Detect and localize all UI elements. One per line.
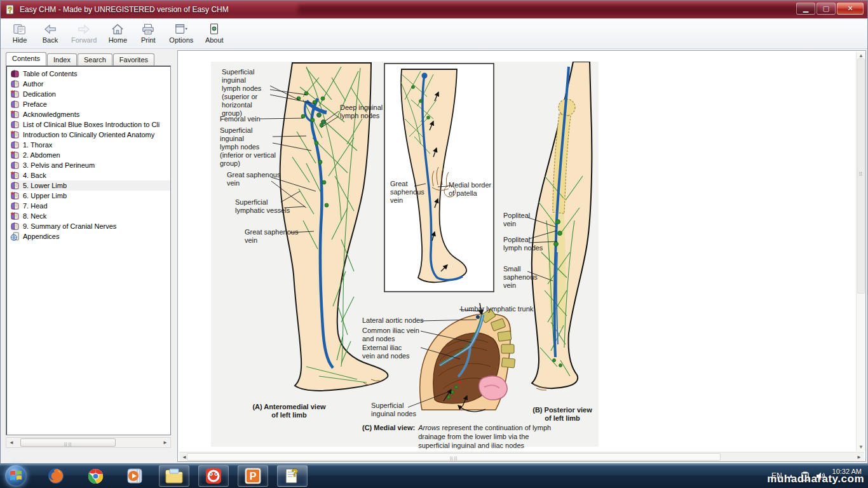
- file-explorer-icon[interactable]: [159, 465, 189, 487]
- svg-text:?: ?: [292, 467, 298, 479]
- home-icon: [111, 23, 125, 36]
- forward-button-label: Forward: [71, 36, 97, 44]
- toolbar: Hide Back Forward Home Print Options: [1, 18, 867, 49]
- hide-button[interactable]: Hide: [6, 20, 34, 48]
- tree-item-acknowledgments[interactable]: Acknowledgments: [10, 109, 170, 119]
- book-icon: [10, 201, 20, 211]
- label-external-iliac-vein-nodes: External iliac vein and nodes: [362, 344, 423, 360]
- caption-posterior-view: (B) Posterior view of left limb: [521, 406, 604, 423]
- options-icon: [174, 23, 188, 36]
- options-button[interactable]: Options: [165, 20, 198, 48]
- label-deep-inguinal-nodes: Deep inguinal lymph nodes: [340, 104, 397, 120]
- label-superficial-lymphatic-vessels: Superficial lymphatic vessels: [235, 198, 299, 215]
- book-new-icon: [10, 212, 20, 221]
- main-area: Contents Index Search Favorites Table of…: [1, 50, 867, 463]
- tree-item-4-back[interactable]: 4. Back: [10, 170, 170, 180]
- scrollbar-thumb[interactable]: ⠿⠿: [20, 438, 116, 447]
- book-new-icon: [10, 191, 20, 201]
- label-superficial-inguinal-inferior: Superficial inguinal lymph nodes (inferi…: [220, 126, 283, 168]
- gom-player-icon[interactable]: [198, 465, 229, 487]
- label-great-saphenous-vein-upper: Great saphenous vein: [227, 171, 287, 187]
- tree-item-label: 8. Neck: [23, 212, 46, 220]
- tree-item-3-pelvis-perineum[interactable]: 3. Pelvis and Perineum: [10, 160, 170, 170]
- desktop-screen: ? Easy CHM - Made by UNREGISTERED versio…: [0, 0, 868, 488]
- hide-button-label: Hide: [13, 36, 27, 44]
- powerpoint-icon[interactable]: P: [238, 465, 268, 487]
- tab-search[interactable]: Search: [78, 53, 112, 65]
- sidebar-horizontal-scrollbar[interactable]: ◄ ⠿⠿ ►: [6, 437, 171, 448]
- content-horizontal-scrollbar[interactable]: ◄ ⠿⠿ ►: [179, 452, 864, 461]
- tree-item-label: Author: [23, 80, 43, 88]
- tab-index[interactable]: Index: [47, 53, 77, 65]
- tree-item-appendices[interactable]: Appendices: [10, 231, 170, 241]
- scroll-down-icon[interactable]: ▼: [857, 444, 865, 451]
- tree-item-label: 2. Abdomen: [23, 151, 60, 159]
- tree-item-7-head[interactable]: 7. Head: [10, 201, 170, 211]
- document-page: Superficial inguinal lymph nodes (superi…: [178, 51, 855, 451]
- scroll-right-icon[interactable]: ►: [160, 438, 170, 447]
- forward-arrow-icon: [77, 23, 91, 36]
- tree-item-table-of-contents[interactable]: Table of Contents: [10, 69, 170, 79]
- caption-anteromedial-view: (A) Anteromedial view of left limb: [241, 403, 337, 419]
- chrome-icon[interactable]: [80, 465, 111, 487]
- label-popliteal-vein: Popliteal vein: [503, 212, 541, 228]
- chm-viewer-icon[interactable]: ?: [277, 465, 308, 487]
- tree-item-preface[interactable]: Preface: [10, 99, 170, 109]
- about-icon: [207, 23, 221, 36]
- print-button[interactable]: Print: [134, 20, 162, 48]
- label-small-saphenous-vein: Small saphenous vein: [503, 265, 548, 290]
- content-vertical-scrollbar[interactable]: ▲ ⠿ ▼: [856, 52, 865, 451]
- tab-contents[interactable]: Contents: [6, 52, 46, 65]
- label-popliteal-lymph-nodes: Popliteal lymph nodes: [503, 236, 554, 252]
- tree-item-label: 7. Head: [23, 202, 48, 210]
- tree-item-label: Appendices: [23, 233, 60, 240]
- contents-tree: Table of Contents Author Dedication Pref…: [6, 65, 171, 435]
- tree-item-6-upper-limb[interactable]: 6. Upper Limb: [10, 191, 170, 201]
- firefox-icon[interactable]: [41, 465, 71, 487]
- tree-item-label: 6. Upper Limb: [23, 192, 67, 200]
- start-button[interactable]: [5, 465, 27, 487]
- label-great-saphenous-vein-inset: Great saphenous vein: [390, 180, 431, 205]
- forward-button[interactable]: Forward: [67, 20, 101, 48]
- minimize-button[interactable]: ▁: [796, 3, 815, 15]
- back-button[interactable]: Back: [36, 20, 64, 48]
- tree-item-dedication[interactable]: Dedication: [10, 89, 170, 99]
- tree-item-8-neck[interactable]: 8. Neck: [10, 211, 170, 221]
- book-new-icon: [10, 151, 20, 160]
- tree-item-clinical-blue-boxes[interactable]: List of Clinical Blue Boxes Introduction…: [10, 119, 170, 130]
- maximize-button[interactable]: ▢: [817, 3, 836, 15]
- about-button[interactable]: About: [200, 20, 228, 48]
- tree-item-label: 9. Summary of Cranial Nerves: [23, 222, 116, 230]
- windows-logo-icon: [10, 471, 22, 481]
- print-icon: [141, 23, 155, 36]
- tree-item-label: Introduction to Clinically Oriented Anat…: [23, 131, 154, 139]
- tree-item-label: 3. Pelvis and Perineum: [23, 161, 95, 169]
- tree-item-author[interactable]: Author: [10, 79, 170, 89]
- tree-item-2-abdomen[interactable]: 2. Abdomen: [10, 150, 170, 160]
- caption-medial-view-arrows-word: Arrows: [418, 424, 440, 431]
- pelvis-illustration: [420, 303, 515, 412]
- tree-item-1-thorax[interactable]: 1. Thorax: [10, 140, 170, 150]
- tree-item-9-cranial-nerves[interactable]: 9. Summary of Cranial Nerves: [10, 221, 170, 231]
- book-icon: [10, 222, 20, 231]
- home-button[interactable]: Home: [104, 20, 132, 48]
- label-femoral-vein: Femoral vein: [220, 115, 261, 123]
- tree-item-introduction[interactable]: Introduction to Clinically Oriented Anat…: [10, 130, 170, 140]
- scroll-right-icon[interactable]: ►: [854, 452, 864, 461]
- tab-favorites[interactable]: Favorites: [113, 53, 154, 65]
- title-bar[interactable]: ? Easy CHM - Made by UNREGISTERED versio…: [1, 1, 867, 18]
- tree-item-label: Table of Contents: [23, 70, 78, 78]
- scroll-left-icon[interactable]: ◄: [6, 438, 17, 447]
- book-icon: [10, 140, 20, 150]
- tree-item-label: Dedication: [23, 90, 56, 98]
- media-player-icon[interactable]: [119, 465, 150, 487]
- tree-item-5-lower-limb[interactable]: 5. Lower Limb: [10, 180, 170, 191]
- content-panel: Superficial inguinal lymph nodes (superi…: [177, 50, 866, 462]
- close-button[interactable]: ✕: [837, 3, 864, 15]
- label-lateral-aortic-nodes: Lateral aortic nodes: [362, 316, 424, 325]
- book-icon: [10, 79, 20, 89]
- scrollbar-thumb[interactable]: ⠿⠿: [187, 453, 721, 461]
- tree-item-label: Preface: [23, 100, 47, 108]
- tree-item-label: 5. Lower Limb: [23, 182, 67, 189]
- easy-chm-window: ? Easy CHM - Made by UNREGISTERED versio…: [0, 0, 868, 464]
